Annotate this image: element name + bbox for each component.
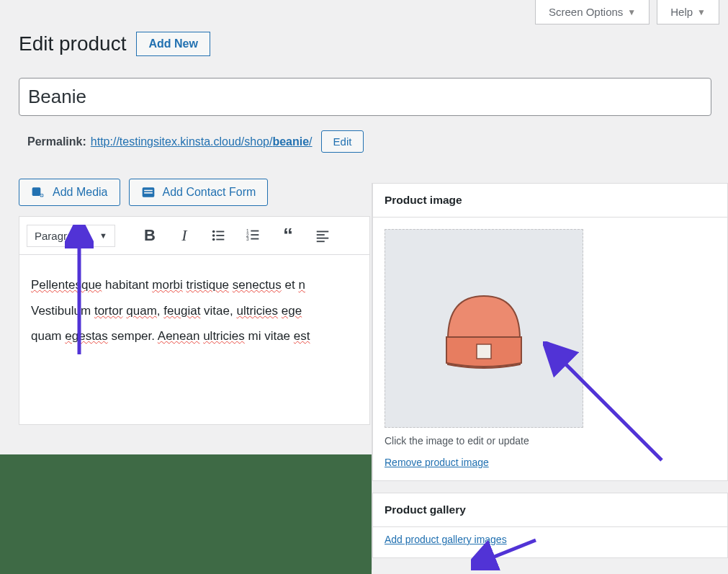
help-tab[interactable]: Help ▼ — [657, 0, 719, 24]
svg-rect-9 — [216, 239, 224, 241]
product-image-title: Product image — [373, 184, 727, 218]
media-icon — [31, 185, 45, 199]
caret-down-icon: ▼ — [697, 7, 706, 17]
align-left-icon — [315, 228, 331, 243]
ordered-list-icon: 123 — [246, 228, 261, 243]
remove-product-image-link[interactable]: Remove product image — [385, 457, 489, 468]
product-title-input[interactable] — [19, 78, 711, 116]
svg-rect-13 — [251, 234, 259, 236]
decorative-green-block — [0, 454, 372, 574]
screen-options-label: Screen Options — [549, 6, 623, 18]
product-gallery-title: Product gallery — [373, 493, 727, 527]
svg-rect-2 — [144, 190, 153, 192]
blockquote-button[interactable]: “ — [274, 221, 302, 250]
align-left-button[interactable] — [308, 221, 337, 250]
permalink-edit-button[interactable]: Edit — [321, 130, 364, 153]
svg-rect-20 — [477, 344, 491, 359]
bullet-list-icon — [211, 228, 227, 243]
editor-toolbar: Paragraph ▼ B I 123 “ — [19, 216, 370, 255]
product-image-caption: Click the image to edit or update — [385, 435, 716, 447]
format-dropdown[interactable]: Paragraph ▼ — [27, 225, 115, 247]
add-media-button[interactable]: Add Media — [19, 179, 120, 206]
permalink-url[interactable]: http://testingsitex.kinsta.cloud/shop/be… — [91, 135, 313, 148]
svg-rect-16 — [317, 231, 329, 233]
svg-text:3: 3 — [246, 236, 249, 241]
svg-rect-17 — [317, 234, 325, 236]
caret-down-icon: ▼ — [99, 231, 107, 240]
permalink-label: Permalink: — [27, 135, 86, 148]
svg-rect-11 — [251, 230, 259, 232]
product-gallery-metabox: Product gallery Add product gallery imag… — [372, 493, 728, 558]
svg-point-4 — [212, 230, 215, 233]
svg-rect-3 — [144, 192, 153, 194]
help-label: Help — [670, 6, 693, 18]
product-image-metabox: Product image Click the image to edit or… — [372, 183, 728, 481]
add-contact-form-label: Add Contact Form — [163, 186, 256, 199]
product-image-thumbnail[interactable] — [385, 229, 583, 428]
svg-rect-7 — [216, 235, 224, 236]
add-gallery-images-link[interactable]: Add product gallery images — [385, 534, 507, 545]
page-title: Edit product — [19, 32, 126, 55]
italic-button[interactable]: I — [170, 221, 199, 250]
svg-rect-15 — [251, 238, 259, 240]
form-icon — [141, 185, 156, 199]
svg-point-8 — [212, 238, 215, 241]
svg-point-6 — [212, 234, 215, 237]
add-new-button[interactable]: Add New — [136, 32, 210, 56]
bold-button[interactable]: B — [135, 221, 164, 250]
svg-rect-19 — [317, 241, 325, 242]
editor-content-area[interactable]: Pellentesque habitant morbi tristique se… — [19, 255, 370, 425]
svg-rect-5 — [216, 231, 224, 233]
bullet-list-button[interactable] — [205, 221, 233, 250]
caret-down-icon: ▼ — [627, 7, 636, 17]
ordered-list-button[interactable]: 123 — [239, 221, 268, 250]
add-media-label: Add Media — [53, 186, 108, 199]
screen-options-tab[interactable]: Screen Options ▼ — [535, 0, 650, 24]
add-contact-form-button[interactable]: Add Contact Form — [129, 179, 269, 206]
beanie-illustration — [426, 271, 541, 386]
svg-rect-18 — [317, 238, 329, 239]
